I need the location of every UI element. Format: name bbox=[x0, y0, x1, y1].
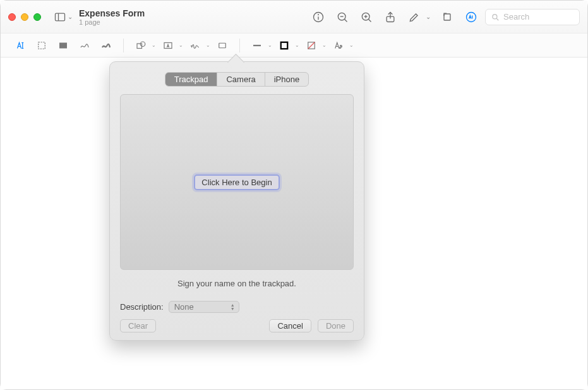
page-count: 1 page bbox=[79, 18, 145, 26]
svg-rect-28 bbox=[281, 42, 288, 49]
svg-point-14 bbox=[467, 12, 476, 21]
clear-button[interactable]: Clear bbox=[120, 319, 156, 332]
tab-iphone[interactable]: iPhone bbox=[265, 73, 308, 86]
signature-hint: Sign your name on the trackpad. bbox=[120, 279, 354, 288]
description-row: Description: None ▲▼ bbox=[120, 301, 354, 313]
fill-color-caret[interactable]: ⌄ bbox=[322, 42, 327, 48]
window-controls bbox=[8, 13, 41, 21]
border-color-tool[interactable] bbox=[275, 37, 294, 54]
close-window-button[interactable] bbox=[8, 13, 16, 21]
rotate-button[interactable] bbox=[437, 7, 457, 27]
highlight-menu-caret[interactable]: ⌄ bbox=[426, 13, 431, 20]
svg-point-25 bbox=[191, 46, 192, 46]
text-tool[interactable] bbox=[159, 37, 177, 54]
description-select[interactable]: None ▲▼ bbox=[169, 301, 239, 313]
shapes-caret[interactable]: ⌄ bbox=[152, 42, 156, 48]
sign-tool[interactable] bbox=[186, 37, 205, 54]
sidebar-menu-caret[interactable]: ⌄ bbox=[68, 13, 73, 20]
svg-rect-26 bbox=[219, 43, 226, 48]
signature-source-tabs: Trackpad Camera iPhone bbox=[165, 72, 309, 87]
svg-rect-0 bbox=[56, 13, 65, 21]
highlight-button[interactable] bbox=[404, 7, 424, 27]
select-stepper-icon: ▲▼ bbox=[231, 303, 235, 311]
document-viewport[interactable]: Trackpad Camera iPhone Click Here to Beg… bbox=[1, 58, 587, 389]
svg-rect-20 bbox=[39, 42, 45, 49]
popover-buttons: Clear Cancel Done bbox=[120, 319, 354, 332]
rect-selection-tool[interactable] bbox=[32, 37, 51, 54]
markup-toolbar: ⌄ ⌄ ⌄ ⌄ ⌄ ⌄ ⌄ bbox=[1, 34, 587, 58]
sketch-tool[interactable] bbox=[75, 37, 94, 54]
preview-window: ⌄ Expenses Form 1 page ⌄ Search ⌄ bbox=[0, 0, 588, 390]
text-caret[interactable]: ⌄ bbox=[179, 42, 183, 48]
border-color-caret[interactable]: ⌄ bbox=[295, 42, 299, 48]
trackpad-sign-area[interactable]: Click Here to Begin bbox=[120, 94, 354, 270]
search-icon bbox=[491, 13, 500, 21]
done-button[interactable]: Done bbox=[318, 319, 354, 332]
info-button[interactable] bbox=[308, 7, 328, 27]
svg-line-9 bbox=[368, 19, 371, 21]
border-style-caret[interactable]: ⌄ bbox=[268, 42, 272, 48]
redact-tool[interactable] bbox=[54, 37, 73, 54]
text-selection-tool[interactable] bbox=[11, 37, 30, 54]
document-title: Expenses Form bbox=[79, 8, 145, 18]
markup-toggle-button[interactable] bbox=[461, 7, 481, 27]
shapes-tool[interactable] bbox=[131, 37, 150, 54]
zoom-in-button[interactable] bbox=[356, 7, 376, 27]
share-button[interactable] bbox=[380, 7, 400, 27]
tab-trackpad[interactable]: Trackpad bbox=[165, 73, 218, 86]
font-style-tool[interactable] bbox=[329, 37, 348, 54]
tab-camera[interactable]: Camera bbox=[217, 73, 265, 86]
svg-line-6 bbox=[344, 19, 347, 21]
minimize-window-button[interactable] bbox=[21, 13, 28, 21]
click-to-begin-button[interactable]: Click Here to Begin bbox=[194, 174, 279, 190]
search-placeholder: Search bbox=[503, 12, 529, 21]
note-tool[interactable] bbox=[213, 37, 232, 54]
fill-color-tool[interactable] bbox=[302, 37, 321, 54]
signature-popover: Trackpad Camera iPhone Click Here to Beg… bbox=[109, 61, 364, 341]
border-style-tool[interactable] bbox=[248, 37, 267, 54]
draw-tool[interactable] bbox=[97, 37, 116, 54]
zoom-window-button[interactable] bbox=[33, 13, 41, 21]
search-field[interactable]: Search bbox=[485, 9, 580, 25]
svg-line-30 bbox=[308, 42, 315, 49]
svg-point-4 bbox=[318, 14, 319, 15]
sign-caret[interactable]: ⌄ bbox=[206, 42, 210, 48]
svg-point-23 bbox=[140, 42, 145, 47]
svg-rect-13 bbox=[444, 14, 450, 20]
cancel-button[interactable]: Cancel bbox=[269, 319, 311, 332]
description-value: None bbox=[174, 302, 194, 312]
separator bbox=[123, 39, 124, 52]
svg-rect-21 bbox=[59, 42, 67, 48]
separator bbox=[239, 39, 240, 52]
svg-point-15 bbox=[493, 14, 497, 18]
font-style-caret[interactable]: ⌄ bbox=[349, 42, 354, 48]
main-toolbar: ⌄ Search bbox=[308, 7, 580, 27]
svg-line-16 bbox=[496, 18, 498, 20]
titlebar: ⌄ Expenses Form 1 page ⌄ Search bbox=[1, 1, 587, 34]
zoom-out-button[interactable] bbox=[332, 7, 352, 27]
document-title-block: Expenses Form 1 page bbox=[79, 8, 145, 26]
description-label: Description: bbox=[120, 302, 164, 312]
